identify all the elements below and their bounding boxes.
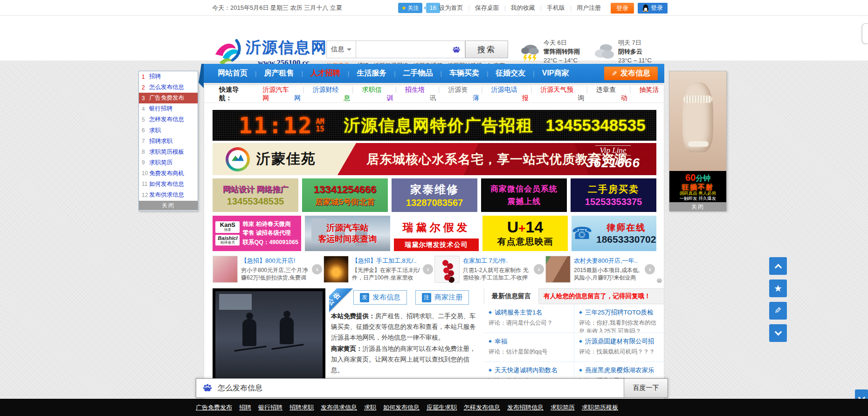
footer-link[interactable]: 银行招聘 <box>258 403 282 412</box>
search-category-dropdown[interactable]: 信息 <box>326 41 356 58</box>
list-item[interactable]: 12发布供求信息 <box>139 190 198 200</box>
save-desktop-link[interactable]: 保存桌面 <box>470 4 504 12</box>
nav-item-secondhand[interactable]: 二手物品 <box>386 68 433 78</box>
list-item[interactable]: 9求职简历 <box>139 157 198 168</box>
list-item[interactable]: 6求职 <box>139 125 198 136</box>
nav-item-life-services[interactable]: 生活服务 <box>340 68 386 78</box>
favorite-button[interactable]: ★ <box>769 280 787 297</box>
list-item[interactable]: 4银行招聘 <box>139 103 198 114</box>
news-card[interactable]: 在家加工 7元/件.只需1-2人就可在家制作 无需经验.手工活加工,不收押 › <box>434 255 545 284</box>
merchant-register-button[interactable]: 注 商家注册 <box>415 290 469 305</box>
footer-links-bar: 广告免费发布 招聘 银行招聘 招聘求职 发布供求信息 求职 如何发布信息 应届生… <box>0 399 868 416</box>
top-bar: 今天：2015年5月6日 星期三 农历 三月十八 立夏 ★ 关注 16 设为首页… <box>0 0 868 16</box>
side-widget-handle[interactable] <box>862 23 868 44</box>
ad-wig-company[interactable]: 瑞黛尔假发 瑞黛尔增发技术公司 <box>394 216 479 251</box>
close-button[interactable]: 关闭 <box>139 201 198 210</box>
ad-kans-cosmetics[interactable]: KanS韩束 Baishicl柏诗春天 韩束 柏诗春天微商零售 诚招各级代理联系… <box>213 216 301 251</box>
message-item[interactable]: 三年25万招聘TOTO质检评论：你好,我看到你发布的信息 年收入25万,可靠吗？ <box>574 304 664 333</box>
qq-login-button[interactable]: 登录 <box>638 3 668 14</box>
quick-link[interactable]: 沂源汽车网 <box>263 86 295 102</box>
list-item[interactable]: 7招聘求职 <box>139 136 198 147</box>
list-item[interactable]: 10免费发布商机 <box>139 168 198 179</box>
chevron-right-icon[interactable]: › <box>423 264 433 274</box>
telephone-icon: ☎ <box>572 224 592 243</box>
ad-jiatai-repair[interactable]: 家泰维修13287083567 <box>392 178 477 212</box>
footer-link[interactable]: 发布供求信息 <box>321 403 357 412</box>
search-input[interactable] <box>356 41 465 58</box>
quick-nav: 快速导航： 沂源汽车网 沂源财经网 求职信息 招生培训 沂源资讯 沂源电话薄 沂… <box>204 85 664 103</box>
list-item[interactable]: 1招聘 <box>139 71 198 82</box>
ad-image <box>669 71 726 171</box>
publish-info-button[interactable]: ✎ 发布信息 <box>604 67 658 80</box>
nav-item-realestate[interactable]: 房产租售 <box>248 68 294 78</box>
quick-link[interactable]: 抽奖活动 <box>621 86 664 102</box>
ad-u14-films[interactable]: U+14 有点意思映画 <box>482 216 567 251</box>
quick-link[interactable]: 沂源电话薄 <box>473 86 522 102</box>
footer-link[interactable]: 招聘 <box>239 403 251 412</box>
footer-link[interactable]: 如何发布信息 <box>383 403 420 412</box>
chevron-right-icon[interactable]: › <box>534 264 544 274</box>
nav-item-home[interactable]: 网站首页 <box>218 68 248 78</box>
scroll-bottom-button[interactable] <box>769 324 787 342</box>
ad-bus-station[interactable]: 沂源汽车站客运时间表查询 <box>305 216 390 251</box>
nav-item-vehicles[interactable]: 车辆买卖 <box>433 68 479 78</box>
nav-item-jobs[interactable]: 人才招聘 <box>294 68 340 78</box>
chevron-right-icon[interactable]: › <box>645 264 655 274</box>
footer-link[interactable]: 求职简历 <box>551 403 575 412</box>
nav-item-vip[interactable]: VIP商家 <box>525 68 569 78</box>
post-icon: 发 <box>360 293 369 302</box>
quick-link[interactable]: 沂源财经网 <box>294 86 344 102</box>
message-item[interactable]: 诚聘服务主管1名评论：请问是什么公司？ <box>484 304 574 333</box>
message-item[interactable]: 幸福评论：估计是留的qq号 <box>484 333 574 362</box>
favorites-link[interactable]: 我的收藏 <box>506 4 540 12</box>
footer-link[interactable]: 发布招聘信息 <box>507 403 544 412</box>
list-item-active[interactable]: 3广告免费发布 <box>139 93 198 103</box>
list-item[interactable]: 2怎么发布信息 <box>139 82 198 93</box>
list-item[interactable]: 8求职简历模板 <box>139 147 198 157</box>
led-ad-banner[interactable]: 11:12 AM15 沂源信息网特价广告招租 13455348535 <box>213 110 656 141</box>
messages-tab[interactable]: 最新信息留言 <box>484 288 539 304</box>
right-floating-ad[interactable]: 60分钟 狂插不射 国药真品 男人必用 一触即发 持久爆发 关闭 <box>669 71 727 211</box>
list-item[interactable]: 11如何发布信息 <box>139 179 198 190</box>
quick-link[interactable]: 沂源天气预报 <box>522 86 578 102</box>
news-card[interactable]: 【急招】手工加工,8元/..【无押金】在家手工活,8元/件，日产100件.坐家里… <box>324 255 434 284</box>
ad-wechat-member[interactable]: 商家微信会员系统震撼上线 <box>481 178 567 212</box>
login-button[interactable]: 登录 <box>611 3 634 14</box>
set-homepage-link[interactable]: 设为首页 <box>434 4 468 12</box>
list-item[interactable]: 5怎样发布信息 <box>139 114 198 125</box>
follow-button[interactable]: ★ 关注 <box>398 3 422 13</box>
video-player[interactable] <box>213 288 325 382</box>
footer-link[interactable]: 广告免费发布 <box>196 403 232 412</box>
baidu-search-button[interactable]: 百度一下 <box>624 379 668 397</box>
mobile-version-link[interactable]: 手机版 <box>542 4 570 12</box>
close-button[interactable]: 关闭 <box>669 202 726 211</box>
thunderstorm-icon <box>518 41 541 63</box>
baidu-search-bar: 怎么发布信息 百度一下 <box>196 378 668 398</box>
feedback-button[interactable]: ✎ <box>769 302 787 320</box>
footer-link[interactable]: 应届生求职 <box>427 403 457 412</box>
quick-link[interactable]: 求职信息 <box>344 86 386 102</box>
ad-web-design[interactable]: 网站设计 网络推广13455348535 <box>213 178 298 212</box>
estate-ad-banner[interactable]: 沂蒙佳苑 居东城核心水系名宅，享一站式优质教育资源 Vip Line 36216… <box>213 143 656 175</box>
baidu-search-input[interactable]: 怎么发布信息 <box>196 379 624 397</box>
quick-link[interactable]: 违章查询 <box>578 86 620 102</box>
nav-item-dating[interactable]: 征婚交友 <box>479 68 525 78</box>
post-info-button[interactable]: 发 发布信息 <box>353 290 407 305</box>
ad-lawyer-online[interactable]: ☎ 律师在线18653330702 <box>572 216 656 251</box>
footer-link[interactable]: 求职 <box>364 403 376 412</box>
footer-link[interactable]: 招聘求职 <box>289 403 314 412</box>
footer-link[interactable]: 求职简历模板 <box>582 403 618 412</box>
ad-secondhand-house[interactable]: 二手房买卖15253353375 <box>571 178 656 212</box>
chevron-right-icon[interactable]: › <box>312 264 322 274</box>
news-card[interactable]: 农村夫妻800开店,一年..2015最新小本项目,成本低,风险小,月赚9万!来创… <box>545 255 656 284</box>
footer-link[interactable]: 怎样发布信息 <box>464 403 500 412</box>
message-item[interactable]: 沂源鼎固建材有限公司招评论：找装载机司机吗？？？ <box>574 333 664 362</box>
search-button[interactable]: 搜索 <box>465 41 508 58</box>
news-card[interactable]: 【急招】800元开店!穷小子800元开店,三个月净赚62万!低折扣供货,免费调 … <box>213 255 324 284</box>
scroll-top-button[interactable] <box>769 257 787 275</box>
register-link[interactable]: 用户注册 <box>572 4 606 12</box>
ad-phone-green[interactable]: 13341254666居家城5号街北首 <box>302 178 388 212</box>
quick-link[interactable]: 沂源资讯 <box>430 86 473 102</box>
quick-link[interactable]: 招生培训 <box>386 86 429 102</box>
date-text: 今天：2015年5月6日 星期三 农历 三月十八 立夏 <box>212 4 342 12</box>
